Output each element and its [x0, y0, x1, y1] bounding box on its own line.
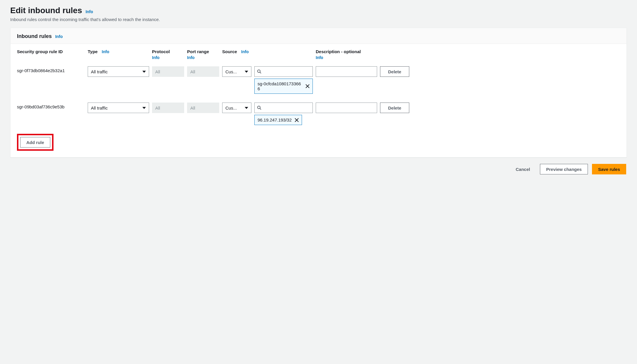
- type-info-link[interactable]: Info: [102, 49, 109, 54]
- panel-info-link[interactable]: Info: [55, 34, 63, 39]
- cancel-button[interactable]: Cancel: [510, 164, 536, 174]
- svg-line-5: [260, 108, 261, 110]
- type-select[interactable]: All traffic: [88, 103, 149, 113]
- col-header-source-label: Source: [222, 49, 237, 54]
- source-token: sg-0cfcda10801733666: [254, 79, 313, 94]
- col-header-rule-id: Security group rule ID: [17, 49, 85, 55]
- page-title: Edit inbound rules: [10, 6, 82, 15]
- col-header-protocol: Protocol: [152, 49, 184, 55]
- description-input[interactable]: [316, 103, 377, 113]
- col-header-type-label: Type: [88, 49, 98, 54]
- panel-header: Inbound rules Info: [11, 28, 626, 44]
- source-mode-value: Cus...: [225, 69, 237, 74]
- source-search-input[interactable]: [254, 66, 313, 77]
- protocol-field: All: [152, 66, 184, 77]
- rules-table: Security group rule ID Type Info Protoco…: [17, 49, 620, 127]
- delete-rule-button[interactable]: Delete: [380, 66, 409, 77]
- port-value: All: [190, 69, 195, 74]
- inbound-rules-panel: Inbound rules Info Security group rule I…: [10, 28, 627, 157]
- col-header-port: Port range: [187, 49, 219, 55]
- search-icon: [257, 69, 262, 74]
- col-header-description: Description - optional: [316, 49, 377, 55]
- page-info-link[interactable]: Info: [86, 9, 93, 14]
- save-rules-button[interactable]: Save rules: [592, 164, 626, 174]
- description-info-link[interactable]: Info: [316, 55, 323, 60]
- panel-title: Inbound rules: [17, 33, 52, 39]
- svg-point-4: [258, 106, 260, 109]
- col-header-type: Type Info: [88, 49, 149, 55]
- svg-point-0: [258, 70, 260, 72]
- add-rule-highlight: Add rule: [17, 134, 53, 151]
- source-mode-value: Cus...: [225, 105, 237, 110]
- rule-id-cell: sgr-0f73db0864e2b32a1: [17, 64, 85, 73]
- port-field: All: [187, 66, 219, 77]
- panel-body: Security group rule ID Type Info Protoco…: [11, 44, 626, 157]
- caret-down-icon: [245, 107, 248, 109]
- close-icon[interactable]: [305, 84, 310, 88]
- port-info-link[interactable]: Info: [187, 55, 195, 60]
- rule-id-cell: sgr-09bd03af736c9e53b: [17, 100, 85, 109]
- source-token-value: sg-0cfcda10801733666: [258, 81, 303, 91]
- source-search-input[interactable]: [254, 103, 313, 113]
- source-mode-select[interactable]: Cus...: [222, 66, 251, 77]
- footer-actions: Cancel Preview changes Save rules: [10, 164, 627, 174]
- type-select-value: All traffic: [91, 105, 108, 110]
- type-select[interactable]: All traffic: [88, 66, 149, 77]
- port-value: All: [190, 105, 195, 110]
- page-header: Edit inbound rules Info Inbound rules co…: [10, 6, 627, 22]
- caret-down-icon: [245, 71, 248, 73]
- source-mode-select[interactable]: Cus...: [222, 103, 251, 113]
- source-token-value: 96.19.247.193/32: [258, 117, 292, 122]
- col-header-source: Source Info: [222, 49, 251, 55]
- protocol-value: All: [155, 105, 160, 110]
- caret-down-icon: [142, 71, 146, 73]
- preview-changes-button[interactable]: Preview changes: [540, 164, 588, 174]
- close-icon[interactable]: [295, 118, 299, 122]
- delete-rule-button[interactable]: Delete: [380, 103, 409, 113]
- protocol-info-link[interactable]: Info: [152, 55, 160, 60]
- protocol-field: All: [152, 103, 184, 113]
- protocol-value: All: [155, 69, 160, 74]
- description-input[interactable]: [316, 66, 377, 77]
- port-field: All: [187, 103, 219, 113]
- search-icon: [257, 105, 262, 110]
- caret-down-icon: [142, 107, 146, 109]
- type-select-value: All traffic: [91, 69, 108, 74]
- source-token: 96.19.247.193/32: [254, 115, 302, 125]
- add-rule-button[interactable]: Add rule: [20, 137, 50, 148]
- page-subtitle: Inbound rules control the incoming traff…: [10, 17, 627, 22]
- source-info-link[interactable]: Info: [241, 49, 249, 54]
- svg-line-1: [260, 72, 261, 73]
